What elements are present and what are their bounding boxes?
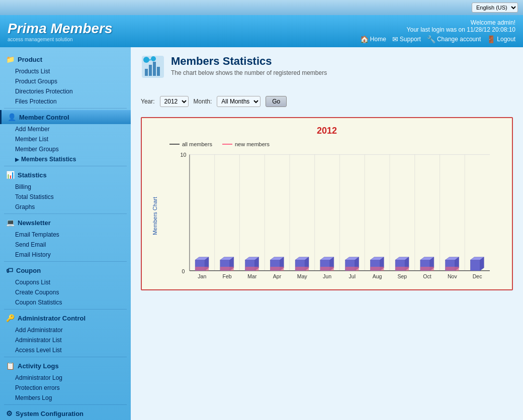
section-icon-coupon: 🏷 — [6, 266, 13, 274]
section-label-member-control: Member Control — [19, 114, 69, 121]
sidebar-item-members-statistics[interactable]: ▶Members Statistics — [0, 154, 131, 164]
chart-svg-area: 10 0 JanFebMarAprMayJunJulAugSepOctNovDe… — [160, 150, 504, 282]
page-header-icon — [141, 55, 165, 83]
svg-rect-78 — [446, 267, 459, 271]
section-icon-system-configuration: ⚙ — [6, 409, 13, 417]
sidebar-section-header-newsletter[interactable]: 💻 Newsletter — [0, 216, 131, 230]
arrow-icon: ▶ — [15, 157, 19, 162]
section-label-product: Product — [18, 56, 42, 63]
sidebar-item-administrator-log[interactable]: Administrator Log — [0, 373, 131, 383]
month-label: Month: — [194, 98, 212, 105]
sidebar-divider — [4, 404, 127, 405]
sidebar-item-product-groups[interactable]: Product Groups — [0, 76, 131, 86]
sidebar-section-header-system-configuration[interactable]: ⚙ System Configuration — [0, 406, 131, 420]
legend-all: all members — [169, 141, 212, 147]
sidebar-divider — [4, 261, 127, 262]
svg-text:Feb: Feb — [222, 273, 231, 279]
sidebar: 📁 ProductProducts ListProduct GroupsDire… — [0, 47, 131, 420]
sidebar-item-graphs[interactable]: Graphs — [0, 202, 131, 212]
sidebar-section-newsletter: 💻 NewsletterEmail TemplatesSend EmailEma… — [0, 216, 131, 262]
section-icon-product: 📁 — [6, 55, 15, 63]
last-login-text: Your last login was on 11/28/12 20:08:10 — [360, 26, 515, 33]
page-header: Members Statistics The chart below shows… — [141, 55, 513, 83]
support-icon: ✉ — [392, 35, 398, 43]
year-select[interactable]: 2012 — [160, 96, 189, 107]
svg-text:Sep: Sep — [397, 273, 407, 279]
sidebar-item-member-groups[interactable]: Member Groups — [0, 144, 131, 154]
header: Prima Members access management solution… — [0, 15, 523, 47]
legend-new-line — [222, 144, 232, 145]
svg-point-6 — [151, 56, 156, 61]
sidebar-section-header-product[interactable]: 📁 Product — [0, 52, 131, 66]
svg-text:Aug: Aug — [373, 273, 382, 279]
sidebar-item-member-list[interactable]: Member List — [0, 134, 131, 144]
svg-rect-80 — [470, 260, 480, 271]
sidebar-item-email-history[interactable]: Email History — [0, 250, 131, 260]
year-label: Year: — [141, 98, 155, 105]
sidebar-item-coupon-statistics[interactable]: Coupon Statistics — [0, 297, 131, 307]
logout-link[interactable]: 🚪 Logout — [487, 35, 515, 43]
svg-rect-48 — [295, 267, 309, 271]
section-label-newsletter: Newsletter — [18, 219, 51, 227]
sidebar-item-add-member[interactable]: Add Member — [0, 124, 131, 134]
section-label-coupon: Coupon — [16, 267, 41, 274]
sidebar-item-add-administrator[interactable]: Add Administrator — [0, 325, 131, 335]
svg-rect-43 — [270, 267, 284, 271]
svg-rect-28 — [195, 267, 209, 271]
sidebar-section-activity-logs: 📋 Activity LogsAdministrator LogProtecti… — [0, 359, 131, 405]
sidebar-item-protection-errors[interactable]: Protection errors — [0, 383, 131, 393]
section-label-system-configuration: System Configuration — [16, 410, 83, 417]
svg-text:10: 10 — [181, 152, 187, 158]
section-icon-statistics: 📊 — [6, 171, 15, 179]
sidebar-divider — [4, 357, 127, 357]
svg-text:Dec: Dec — [473, 273, 483, 279]
sidebar-item-billing[interactable]: Billing — [0, 182, 131, 192]
sidebar-item-files-protection[interactable]: Files Protection — [0, 96, 131, 107]
top-bar: English (US) — [0, 0, 523, 15]
home-link[interactable]: 🏠 Home — [360, 35, 386, 43]
svg-text:0: 0 — [182, 268, 185, 274]
language-select[interactable]: English (US) — [472, 3, 518, 13]
sidebar-section-header-coupon[interactable]: 🏷 Coupon — [0, 263, 131, 277]
svg-rect-1 — [145, 69, 148, 76]
sidebar-item-email-templates[interactable]: Email Templates — [0, 230, 131, 240]
sidebar-divider — [4, 214, 127, 214]
svg-rect-58 — [345, 267, 359, 271]
svg-text:May: May — [297, 273, 308, 279]
section-icon-newsletter: 💻 — [6, 219, 15, 227]
svg-text:Jul: Jul — [349, 273, 356, 279]
sidebar-item-total-statistics[interactable]: Total Statistics — [0, 192, 131, 202]
legend-all-line — [169, 144, 180, 145]
sidebar-item-members-log[interactable]: Members Log — [0, 393, 131, 403]
sidebar-section-header-activity-logs[interactable]: 📋 Activity Logs — [0, 359, 131, 373]
change-account-link[interactable]: 🔧 Change account — [427, 35, 481, 43]
section-icon-administrator-control: 🔑 — [6, 314, 15, 322]
svg-rect-53 — [320, 267, 334, 271]
sidebar-section-header-statistics[interactable]: 📊 Statistics — [0, 168, 131, 182]
support-link[interactable]: ✉ Support — [392, 35, 421, 43]
svg-rect-3 — [153, 62, 156, 76]
sidebar-section-header-member-control[interactable]: 👤 Member Control — [0, 110, 131, 124]
chart-y-label: Members Chart — [149, 197, 160, 235]
chart-title: 2012 — [149, 126, 504, 136]
section-label-administrator-control: Administrator Control — [18, 314, 85, 322]
sidebar-item-administrator-list[interactable]: Administrator List — [0, 335, 131, 345]
sidebar-item-products-list[interactable]: Products List — [0, 66, 131, 76]
nav-links: 🏠 Home ✉ Support 🔧 Change account 🚪 Logo… — [360, 35, 515, 43]
sidebar-item-coupons-list[interactable]: Coupons List — [0, 277, 131, 287]
logout-icon: 🚪 — [487, 35, 495, 43]
section-icon-member-control: 👤 — [8, 113, 16, 121]
svg-rect-38 — [245, 267, 259, 271]
go-button[interactable]: Go — [266, 96, 287, 107]
sidebar-item-access-level-list[interactable]: Access Level List — [0, 345, 131, 355]
logo-area: Prima Members access management solution — [8, 21, 113, 42]
svg-rect-2 — [149, 65, 152, 76]
legend-new: new members — [222, 141, 270, 147]
sidebar-item-create-coupons[interactable]: Create Coupons — [0, 287, 131, 297]
sidebar-section-member-control: 👤 Member ControlAdd MemberMember ListMem… — [0, 110, 131, 166]
chart-legend: all members new members — [169, 141, 504, 147]
sidebar-item-send-email[interactable]: Send Email — [0, 240, 131, 250]
sidebar-section-header-administrator-control[interactable]: 🔑 Administrator Control — [0, 311, 131, 325]
sidebar-item-directories-protection[interactable]: Directories Protection — [0, 86, 131, 96]
month-select[interactable]: All Months — [217, 96, 260, 107]
